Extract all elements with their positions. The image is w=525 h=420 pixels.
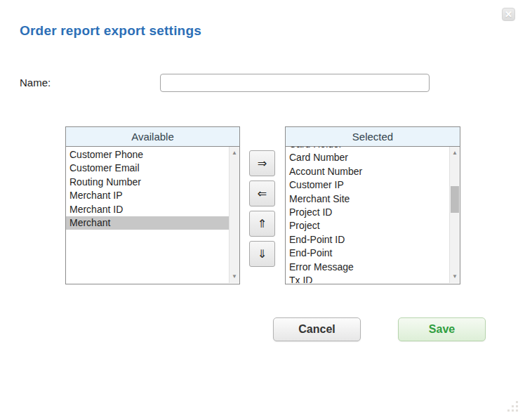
selected-list[interactable]: Card HolderCard NumberAccount NumberCust… <box>286 147 460 283</box>
available-scrollbar[interactable]: ▲ ▼ <box>229 147 239 283</box>
arrow-right-icon: ⇒ <box>258 157 267 170</box>
list-item[interactable]: Merchant Site <box>286 192 449 206</box>
name-input[interactable] <box>160 74 430 92</box>
move-up-button[interactable]: ⇑ <box>249 211 275 237</box>
arrow-down-icon: ⇓ <box>258 247 267 261</box>
order-report-export-dialog: ✕ Order report export settings Name: Ava… <box>0 0 525 420</box>
list-item[interactable]: End-Point ID <box>286 233 449 247</box>
list-item[interactable]: Customer Email <box>66 162 229 175</box>
scroll-up-icon[interactable]: ▲ <box>230 148 239 158</box>
cancel-button[interactable]: Cancel <box>273 317 361 341</box>
list-item[interactable]: Account Number <box>286 165 449 178</box>
list-item[interactable]: Customer Phone <box>66 148 229 162</box>
list-item[interactable]: Error Message <box>286 261 449 274</box>
available-list-header: Available <box>66 127 239 147</box>
list-item[interactable]: Routing Number <box>66 176 229 189</box>
list-item[interactable]: Merchant ID <box>66 203 229 216</box>
available-listbox: Available Customer PhoneCustomer EmailRo… <box>65 126 240 284</box>
list-item[interactable]: Customer IP <box>286 178 449 192</box>
list-item[interactable]: Card Number <box>286 151 449 164</box>
arrow-left-icon: ⇐ <box>258 187 267 200</box>
list-item[interactable]: Project <box>286 219 449 232</box>
resize-grip-icon[interactable] <box>507 400 519 412</box>
list-item[interactable]: Merchant IP <box>66 189 229 202</box>
move-left-button[interactable]: ⇐ <box>249 181 275 206</box>
list-item[interactable]: Tx ID <box>286 274 449 283</box>
scroll-up-icon[interactable]: ▲ <box>450 148 460 158</box>
move-down-button[interactable]: ⇓ <box>249 241 275 267</box>
page-title: Order report export settings <box>20 23 201 39</box>
selected-listbox: Selected Card HolderCard NumberAccount N… <box>285 126 460 284</box>
close-button[interactable]: ✕ <box>502 8 515 21</box>
selected-list-header: Selected <box>286 127 460 147</box>
arrow-up-icon: ⇑ <box>258 217 267 230</box>
available-list-items: Customer PhoneCustomer EmailRouting Numb… <box>66 148 229 230</box>
list-item[interactable]: Project ID <box>286 206 449 219</box>
name-label: Name: <box>20 77 51 88</box>
selected-list-items: Card HolderCard NumberAccount NumberCust… <box>286 147 449 283</box>
list-item[interactable]: Merchant <box>66 216 229 230</box>
save-button[interactable]: Save <box>398 317 486 341</box>
list-item[interactable]: End-Point <box>286 247 449 260</box>
scrollbar-thumb[interactable] <box>451 186 459 213</box>
move-right-button[interactable]: ⇒ <box>249 150 275 176</box>
close-icon: ✕ <box>505 10 512 19</box>
scroll-down-icon[interactable]: ▼ <box>450 272 460 282</box>
scroll-down-icon[interactable]: ▼ <box>230 272 239 282</box>
available-list[interactable]: Customer PhoneCustomer EmailRouting Numb… <box>66 147 239 283</box>
selected-scrollbar[interactable]: ▲ ▼ <box>449 147 460 283</box>
